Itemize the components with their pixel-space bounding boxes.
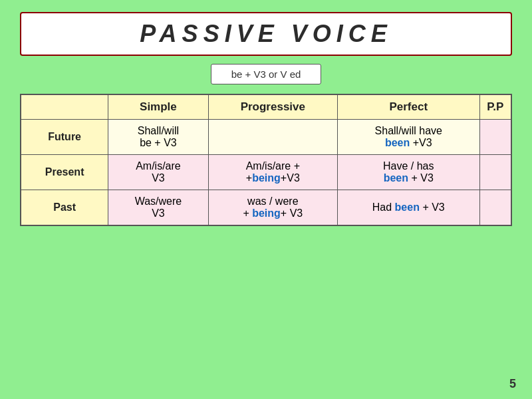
past-perfect-been: been [395, 201, 420, 213]
future-perfect: Shall/will have been +V3 [338, 120, 479, 155]
page-title: PASSIVE VOICE [140, 20, 392, 47]
header-perfect: Perfect [338, 94, 479, 120]
header-progressive: Progressive [208, 94, 337, 120]
page-number: 5 [509, 377, 516, 391]
label-present: Present [21, 155, 108, 190]
present-prog-being: being [252, 172, 281, 184]
present-perfect-been: been [384, 172, 408, 184]
passive-voice-table: Simple Progressive Perfect P.P Future Sh… [20, 94, 512, 226]
present-progressive: Am/is/are ++being+V3 [208, 155, 337, 190]
present-perfect: Have / has been + V3 [338, 155, 479, 190]
table-row-past: Past Was/wereV3 was / were+ being+ V3 Ha… [21, 190, 511, 226]
past-perfect-rest: + V3 [422, 201, 444, 213]
future-perfect-been: been [385, 137, 410, 148]
subtitle-box: be + V3 or V ed [211, 64, 322, 84]
future-perfect-rest: +V3 [413, 137, 432, 148]
title-box: PASSIVE VOICE [20, 12, 512, 56]
past-simple: Was/wereV3 [108, 190, 208, 226]
future-simple: Shall/willbe + V3 [108, 120, 208, 155]
header-empty [21, 94, 108, 120]
label-future: Future [21, 120, 108, 155]
future-pp [479, 120, 511, 155]
past-progressive: was / were+ being+ V3 [208, 190, 337, 226]
subtitle-text: be + V3 or V ed [231, 68, 301, 80]
present-perfect-rest: + V3 [411, 172, 433, 184]
label-past: Past [21, 190, 108, 226]
future-progressive [208, 120, 337, 155]
header-simple: Simple [108, 94, 208, 120]
table-row-present: Present Am/is/areV3 Am/is/are ++being+V3… [21, 155, 511, 190]
present-pp [479, 155, 511, 190]
header-pp: P.P [479, 94, 511, 120]
table-row-future: Future Shall/willbe + V3 Shall/will have… [21, 120, 511, 155]
past-prog-being: being [252, 207, 281, 219]
present-simple: Am/is/areV3 [108, 155, 208, 190]
past-perfect: Had been + V3 [338, 190, 479, 226]
table-header-row: Simple Progressive Perfect P.P [21, 94, 511, 120]
past-pp [479, 190, 511, 226]
